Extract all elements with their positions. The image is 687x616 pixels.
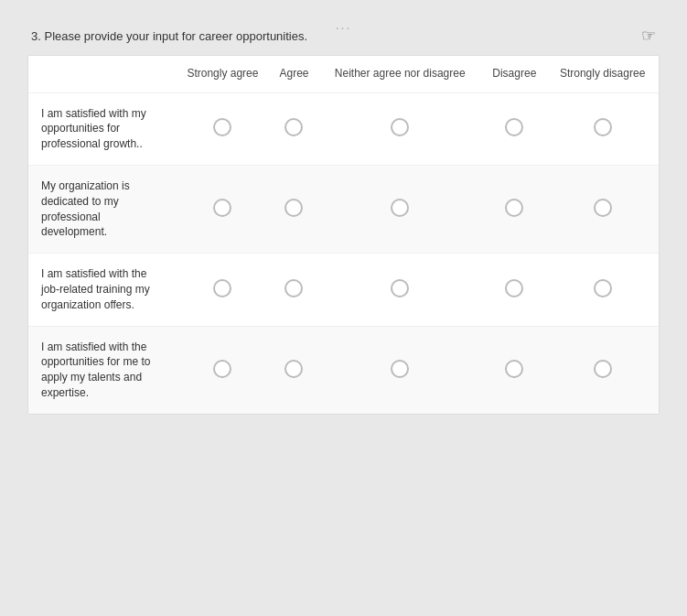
header-label [28,56,175,92]
table-row: I am satisfied with the job-related trai… [28,254,659,326]
radio-row2-strongly-disagree[interactable] [594,199,612,217]
radio-row1-neither[interactable] [391,118,409,136]
row4-disagree-cell [482,326,546,414]
question-number: 3. [31,29,41,43]
table-header-row: Strongly agree Agree Neither agree nor d… [28,56,659,92]
row2-agree-cell [271,165,317,253]
radio-row2-neither[interactable] [391,199,409,217]
radio-row3-neither[interactable] [391,279,409,297]
row4-strongly-agree-cell [175,326,271,414]
survey-table-wrapper: Strongly agree Agree Neither agree nor d… [27,55,660,415]
question-header: ··· 3. Please provide your input for car… [27,18,660,55]
row4-label: I am satisfied with the opportunities fo… [28,326,175,414]
row2-neither-cell [317,165,482,253]
radio-row3-strongly-disagree[interactable] [594,279,612,297]
header-disagree: Disagree [482,56,546,92]
radio-row4-disagree[interactable] [505,360,523,378]
header-neither: Neither agree nor disagree [317,56,482,92]
radio-row3-disagree[interactable] [505,279,523,297]
table-row: I am satisfied with the opportunities fo… [28,326,659,414]
radio-row3-strongly-agree[interactable] [213,279,231,297]
radio-row4-agree[interactable] [284,360,303,378]
page-container: ··· 3. Please provide your input for car… [9,9,678,616]
radio-row4-neither[interactable] [391,360,409,378]
row1-disagree-cell [482,92,546,165]
row4-agree-cell [271,326,317,414]
row1-strongly-agree-cell [175,92,271,165]
row2-strongly-agree-cell [175,165,271,253]
radio-row2-strongly-agree[interactable] [213,199,231,217]
radio-row1-strongly-disagree[interactable] [594,118,612,136]
row3-label: I am satisfied with the job-related trai… [28,254,175,326]
drag-handle-icon[interactable]: ··· [336,20,352,35]
radio-row1-agree[interactable] [284,118,303,136]
row1-label: I am satisfied with my opportunities for… [28,92,175,165]
row1-agree-cell [271,92,317,165]
row3-neither-cell [317,254,482,326]
row3-agree-cell [271,254,317,326]
radio-row1-strongly-agree[interactable] [213,118,231,136]
question-label: Please provide your input for career opp… [44,29,307,43]
radio-row4-strongly-disagree[interactable] [594,360,612,378]
cursor-icon: ☞ [641,26,656,46]
row2-disagree-cell [482,165,546,253]
row4-neither-cell [317,326,482,414]
row1-strongly-disagree-cell [546,92,659,165]
table-row: My organization is dedicated to my profe… [28,165,659,253]
question-text: 3. Please provide your input for career … [31,29,632,43]
header-strongly-disagree: Strongly disagree [546,56,659,92]
row4-strongly-disagree-cell [546,326,659,414]
row1-neither-cell [317,92,482,165]
radio-row2-agree[interactable] [284,199,303,217]
survey-table: Strongly agree Agree Neither agree nor d… [28,56,659,414]
row3-disagree-cell [482,254,546,326]
radio-row3-agree[interactable] [284,279,303,297]
row2-strongly-disagree-cell [546,165,659,253]
row3-strongly-disagree-cell [546,254,659,326]
table-row: I am satisfied with my opportunities for… [28,92,659,165]
row3-strongly-agree-cell [175,254,271,326]
radio-row1-disagree[interactable] [505,118,523,136]
header-strongly-agree: Strongly agree [175,56,271,92]
radio-row4-strongly-agree[interactable] [213,360,231,378]
radio-row2-disagree[interactable] [505,199,523,217]
header-agree: Agree [271,56,317,92]
row2-label: My organization is dedicated to my profe… [28,165,175,253]
